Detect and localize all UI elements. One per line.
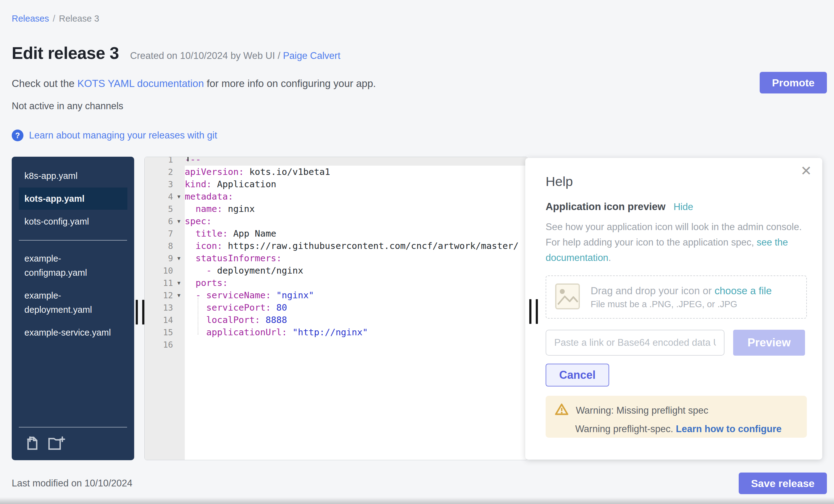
code-text: name: nginx bbox=[185, 203, 255, 214]
doc-hint-prefix: Check out the bbox=[12, 78, 78, 89]
line-number: 3 bbox=[145, 179, 173, 189]
help-title: Help bbox=[546, 174, 807, 189]
doc-hint-suffix: for more info on configuring your app. bbox=[204, 78, 376, 89]
code-line-9[interactable]: 9▾ statusInformers: bbox=[145, 252, 528, 264]
code-line-8[interactable]: 8 icon: https://raw.githubusercontent.co… bbox=[145, 240, 528, 252]
code-line-12[interactable]: 12▾ - serviceName: "nginx" bbox=[145, 289, 528, 301]
code-line-6[interactable]: 6▾spec: bbox=[145, 215, 528, 227]
code-line-13[interactable]: 13 servicePort: 80 bbox=[145, 301, 528, 314]
warning-icon bbox=[555, 403, 568, 418]
warning-configure-link[interactable]: Learn how to configure bbox=[676, 423, 782, 434]
file-tree-item-kots-app-yaml[interactable]: kots-app.yaml bbox=[19, 188, 127, 210]
warning-title: Warning: Missing preflight spec bbox=[576, 405, 708, 416]
choose-file-link[interactable]: choose a file bbox=[715, 285, 772, 297]
file-tree-actions bbox=[19, 436, 127, 452]
code-line-15[interactable]: 15 applicationUrl: "http://nginx" bbox=[145, 326, 528, 338]
file-tree-item-kots-config-yaml[interactable]: kots-config.yaml bbox=[19, 210, 127, 233]
title-row: Edit release 3 Created on 10/10/2024 by … bbox=[12, 43, 341, 63]
line-number: 1 bbox=[145, 157, 173, 165]
fold-arrow-icon[interactable]: ▾ bbox=[173, 190, 185, 203]
preflight-warning-box: Warning: Missing preflight spec Warning … bbox=[546, 396, 807, 438]
line-number: 12 bbox=[145, 290, 173, 300]
page-title: Edit release 3 bbox=[12, 43, 119, 63]
code-line-16[interactable]: 16 bbox=[145, 338, 528, 351]
line-number: 11 bbox=[145, 278, 173, 288]
help-resize-handle-bar2[interactable] bbox=[536, 299, 538, 324]
code-line-1[interactable]: 1--- bbox=[145, 157, 528, 166]
icon-preview-description: See how your application icon will look … bbox=[546, 219, 807, 266]
icon-dropzone[interactable]: Drag and drop your icon or choose a file… bbox=[546, 276, 807, 319]
icon-url-input[interactable] bbox=[546, 330, 725, 356]
line-number: 16 bbox=[145, 340, 173, 349]
line-number: 8 bbox=[145, 241, 173, 251]
add-file-icon[interactable] bbox=[25, 436, 39, 452]
text-cursor bbox=[188, 157, 189, 161]
bottom-shade bbox=[0, 497, 834, 504]
code-line-14[interactable]: 14 localPort: 8888 bbox=[145, 314, 528, 326]
file-name: example-configmap.yaml bbox=[24, 251, 117, 280]
file-name: example-service.yaml bbox=[24, 325, 111, 339]
code-text: statusInformers: bbox=[185, 253, 282, 263]
icon-preview-title: Application icon preview bbox=[546, 201, 665, 213]
kots-yaml-doc-link[interactable]: KOTS YAML documentation bbox=[78, 78, 204, 89]
file-name: kots-config.yaml bbox=[24, 214, 89, 228]
dropzone-text: Drag and drop your icon or choose a file… bbox=[591, 285, 772, 309]
help-panel: ✕ Help Application icon preview Hide See… bbox=[525, 158, 822, 460]
code-line-2[interactable]: 2apiVersion: kots.io/v1beta1 bbox=[145, 166, 528, 178]
code-line-11[interactable]: 11▾ ports: bbox=[145, 277, 528, 289]
line-number: 10 bbox=[145, 266, 173, 276]
code-text: apiVersion: kots.io/v1beta1 bbox=[185, 167, 330, 177]
code-rows: 1---2apiVersion: kots.io/v1beta13kind: A… bbox=[145, 157, 528, 351]
file-tree-item-example-service-yaml[interactable]: example-service.yaml bbox=[19, 322, 127, 344]
line-number: 13 bbox=[145, 303, 173, 312]
code-line-5[interactable]: 5 name: nginx bbox=[145, 203, 528, 215]
fold-arrow-icon[interactable]: ▾ bbox=[173, 215, 185, 227]
icon-link-row: Preview bbox=[546, 330, 807, 356]
code-text: icon: https://raw.githubusercontent.com/… bbox=[185, 241, 519, 251]
fold-arrow-icon[interactable]: ▾ bbox=[173, 277, 185, 289]
git-learn-link[interactable]: Learn about managing your releases with … bbox=[29, 130, 217, 141]
warning-body: Warning preflight-spec. Learn how to con… bbox=[575, 423, 797, 435]
code-text: spec: bbox=[185, 216, 212, 226]
line-number: 9 bbox=[145, 254, 173, 263]
line-number: 2 bbox=[145, 167, 173, 177]
file-name: k8s-app.yaml bbox=[24, 169, 78, 183]
file-tree-item-example-deployment-yaml[interactable]: example-deployment.yaml bbox=[19, 284, 127, 321]
fold-arrow-icon[interactable]: ▾ bbox=[173, 252, 185, 264]
code-text: --- bbox=[185, 157, 201, 165]
cancel-button[interactable]: Cancel bbox=[546, 364, 609, 387]
preview-button[interactable]: Preview bbox=[733, 330, 805, 356]
code-text: kind: Application bbox=[185, 179, 276, 190]
file-tree-item-example-configmap-yaml[interactable]: example-configmap.yaml bbox=[19, 247, 127, 284]
doc-hint-line: Check out the KOTS YAML documentation fo… bbox=[12, 78, 376, 89]
description-period: . bbox=[608, 252, 611, 263]
dropzone-hint: File must be a .PNG, .JPEG, or .JPG bbox=[591, 299, 772, 309]
breadcrumb-releases-link[interactable]: Releases bbox=[12, 14, 49, 24]
file-tree-item-k8s-app-yaml[interactable]: k8s-app.yaml bbox=[19, 165, 127, 187]
hide-link[interactable]: Hide bbox=[674, 201, 693, 213]
code-text: ports: bbox=[185, 278, 228, 288]
promote-button[interactable]: Promote bbox=[760, 72, 827, 93]
add-folder-icon[interactable] bbox=[48, 436, 66, 452]
code-text: localPort: 8888 bbox=[185, 314, 287, 325]
sidebar-resize-handle-bar2[interactable] bbox=[142, 300, 144, 325]
save-release-button[interactable]: Save release bbox=[739, 473, 827, 494]
breadcrumb: Releases / Release 3 bbox=[12, 14, 99, 24]
code-line-4[interactable]: 4▾metadata: bbox=[145, 190, 528, 203]
code-text: metadata: bbox=[185, 191, 233, 202]
close-icon[interactable]: ✕ bbox=[800, 164, 812, 178]
fold-arrow-icon[interactable]: ▾ bbox=[173, 289, 185, 301]
warning-body-text: Warning preflight-spec. bbox=[575, 423, 676, 434]
file-tree-divider bbox=[19, 240, 127, 241]
code-line-3[interactable]: 3kind: Application bbox=[145, 178, 528, 190]
help-resize-handle-bar1[interactable] bbox=[529, 299, 531, 324]
sidebar-resize-handle-bar1[interactable] bbox=[136, 300, 138, 325]
code-line-10[interactable]: 10 - deployment/nginx bbox=[145, 264, 528, 277]
author-link[interactable]: Paige Calvert bbox=[283, 50, 340, 61]
file-name: example-deployment.yaml bbox=[24, 288, 117, 317]
last-modified-text: Last modified on 10/10/2024 bbox=[12, 478, 132, 489]
git-help-row[interactable]: ? Learn about managing your releases wit… bbox=[12, 130, 217, 141]
yaml-editor[interactable]: 1---2apiVersion: kots.io/v1beta13kind: A… bbox=[144, 157, 528, 460]
code-line-7[interactable]: 7 title: App Name bbox=[145, 227, 528, 240]
file-list: k8s-app.yamlkots-app.yamlkots-config.yam… bbox=[19, 165, 127, 344]
